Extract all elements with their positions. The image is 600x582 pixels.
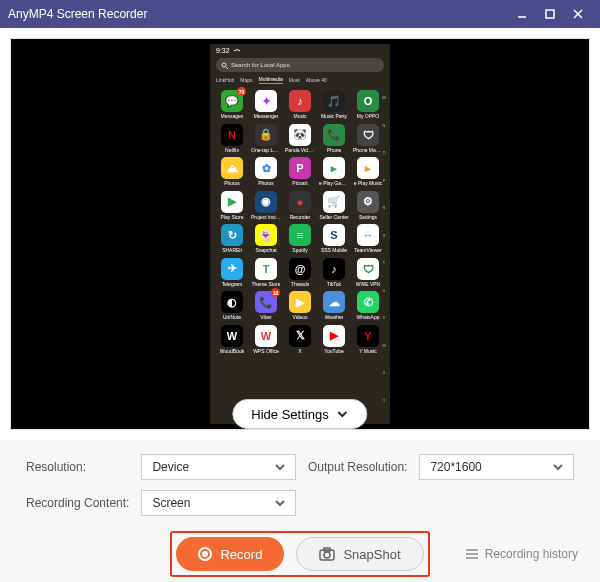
app-label: UniNote xyxy=(223,315,241,321)
wifi-icon xyxy=(233,46,241,54)
app-label: WPS Office xyxy=(253,349,279,355)
app-item: NNetflix xyxy=(216,124,248,154)
recording-content-select[interactable]: Screen xyxy=(141,490,296,516)
az-letter: N xyxy=(380,123,388,128)
app-label: Phone Manager xyxy=(353,148,383,154)
app-label: Music xyxy=(293,114,306,120)
app-icon: W xyxy=(255,325,277,347)
app-item: ↻SHAREit xyxy=(216,224,248,254)
app-icon: N xyxy=(221,124,243,146)
app-item: ✿Photos xyxy=(250,157,282,187)
app-icon: Y xyxy=(357,325,379,347)
app-icon: ✆ xyxy=(357,291,379,313)
az-letter: X xyxy=(380,370,388,375)
app-label: Phone xyxy=(327,148,341,154)
app-icon: ✈ xyxy=(221,258,243,280)
chevron-down-icon xyxy=(275,498,285,508)
app-label: TikTok xyxy=(327,282,341,288)
resolution-value: Device xyxy=(152,460,189,474)
app-icon: 🐼 xyxy=(289,124,311,146)
app-icon: ◉ xyxy=(255,191,277,213)
app-label: Threads xyxy=(291,282,309,288)
app-item: ▶Play Store xyxy=(216,191,248,221)
app-icon: ⚙ xyxy=(357,191,379,213)
app-icon: ↻ xyxy=(221,224,243,246)
app-icon: S xyxy=(323,224,345,246)
app-icon: ▸ xyxy=(357,157,379,179)
az-letter: U xyxy=(380,288,388,293)
app-icon: 👻 xyxy=(255,224,277,246)
app-icon: ▶ xyxy=(323,325,345,347)
app-label: Picsart xyxy=(292,181,307,187)
recording-history-link[interactable]: Recording history xyxy=(465,547,578,561)
app-label: SHAREit xyxy=(222,248,242,254)
close-button[interactable] xyxy=(564,0,592,28)
resolution-select[interactable]: Device xyxy=(141,454,296,480)
history-label: Recording history xyxy=(485,547,578,561)
record-button[interactable]: Record xyxy=(176,537,284,571)
app-item: WWPS Office xyxy=(250,325,282,355)
app-item: 💬70Messages xyxy=(216,90,248,120)
app-icon: W xyxy=(221,325,243,347)
app-label: Music Party xyxy=(321,114,347,120)
app-label: Weather xyxy=(325,315,344,321)
snapshot-button[interactable]: SnapShot xyxy=(296,537,423,571)
az-letter: R xyxy=(380,205,388,210)
az-letter: O xyxy=(380,150,388,155)
app-item: ⛰Photos xyxy=(216,157,248,187)
titlebar: AnyMP4 Screen Recorder xyxy=(0,0,600,28)
app-icon: T xyxy=(255,258,277,280)
app-icon: 𝕏 xyxy=(289,325,311,347)
app-icon: ♪ xyxy=(289,90,311,112)
app-item: ☁Weather xyxy=(318,291,350,321)
app-icon: 🎵 xyxy=(323,90,345,112)
output-resolution-label: Output Resolution: xyxy=(308,460,407,474)
app-icon: ✿ xyxy=(255,157,277,179)
app-icon: ◐ xyxy=(221,291,243,313)
hide-settings-label: Hide Settings xyxy=(251,407,328,422)
app-item: TTheme Store xyxy=(250,258,282,288)
phone-statusbar: 9:32 xyxy=(210,44,390,56)
phone-tab: Maps xyxy=(240,77,252,84)
app-icon: 🛡 xyxy=(357,258,379,280)
az-letter: Y xyxy=(380,398,388,403)
app-label: Telegram xyxy=(222,282,243,288)
app-label: One-tap Lock Screen xyxy=(251,148,281,154)
list-icon xyxy=(465,548,479,560)
output-resolution-select[interactable]: 720*1600 xyxy=(419,454,574,480)
svg-rect-1 xyxy=(546,10,554,18)
app-label: YouTube xyxy=(324,349,344,355)
app-icon: 🔒 xyxy=(255,124,277,146)
app-label: Photos xyxy=(224,181,240,187)
app-item: ✦Messenger xyxy=(250,90,282,120)
app-item: ▸e Play Games xyxy=(318,157,350,187)
az-letter: P xyxy=(380,178,388,183)
app-label: WoodBook xyxy=(220,349,244,355)
minimize-button[interactable] xyxy=(508,0,536,28)
app-icon: ▶ xyxy=(221,191,243,213)
phone-tab: Multimedia xyxy=(259,76,283,84)
app-item: ◉Project Insight xyxy=(250,191,282,221)
actions-bar: Record SnapShot Recording history xyxy=(0,526,600,582)
record-icon xyxy=(198,547,212,561)
maximize-button[interactable] xyxy=(536,0,564,28)
badge: 70 xyxy=(237,87,246,96)
app-item: ♪Music xyxy=(284,90,316,120)
app-icon: 📞 xyxy=(323,124,345,146)
app-label: My OPPO xyxy=(357,114,380,120)
app-item: WWoodBook xyxy=(216,325,248,355)
app-item: ●Recorder xyxy=(284,191,316,221)
app-icon: @ xyxy=(289,258,311,280)
snapshot-label: SnapShot xyxy=(343,547,400,562)
app-item: 📞18Viber xyxy=(250,291,282,321)
phone-screen: 9:32 Search for Local Apps LinkHubMapsMu… xyxy=(210,44,390,424)
az-index: MNOPRSTUVWXY xyxy=(380,84,388,414)
app-label: Recorder xyxy=(290,215,311,221)
hide-settings-button[interactable]: Hide Settings xyxy=(232,399,367,429)
app-icon: ● xyxy=(289,191,311,213)
app-label: Snapchat xyxy=(255,248,276,254)
app-item: ◐UniNote xyxy=(216,291,248,321)
app-icon: 📞18 xyxy=(255,291,277,313)
app-item: 🎵Music Party xyxy=(318,90,350,120)
app-label: e Play Music xyxy=(354,181,382,187)
